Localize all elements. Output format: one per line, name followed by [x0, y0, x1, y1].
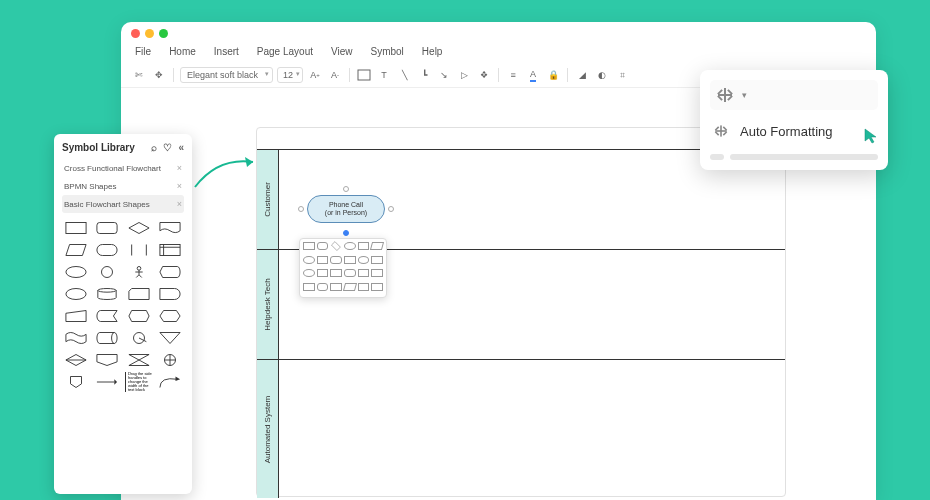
cut-icon[interactable]: ✄: [131, 67, 147, 83]
shape-annotation[interactable]: Drag the side handles to change the widt…: [125, 373, 153, 391]
handle-right[interactable]: [388, 206, 394, 212]
shape-loop[interactable]: [125, 307, 153, 325]
sidebar-header: Symbol Library ⌕ ♡ «: [62, 142, 184, 153]
text-icon[interactable]: T: [376, 67, 392, 83]
menubar: File Home Insert Page Layout View Symbol…: [121, 44, 876, 63]
swimlane-helpdesk[interactable]: Helpdesk Tech: [257, 250, 785, 360]
lock-icon[interactable]: 🔒: [545, 67, 561, 83]
shape-display[interactable]: [157, 263, 185, 281]
svg-point-25: [112, 333, 118, 344]
phone-call-node[interactable]: Phone Call (or in Person): [307, 195, 385, 223]
handle-bottom[interactable]: [343, 230, 349, 236]
auto-formatting-option[interactable]: Auto Formatting: [710, 118, 878, 144]
shape-manual[interactable]: [62, 307, 90, 325]
collapse-icon[interactable]: «: [178, 142, 184, 153]
menu-file[interactable]: File: [135, 46, 151, 57]
cat-cross-functional[interactable]: Cross Functional Flowchart×: [62, 159, 184, 177]
svg-marker-28: [160, 333, 180, 344]
svg-marker-36: [70, 377, 81, 388]
shape-rect[interactable]: [62, 219, 90, 237]
shape-predef[interactable]: [125, 241, 153, 259]
shape-rounded[interactable]: [94, 219, 122, 237]
shape-pill[interactable]: [94, 241, 122, 259]
shape-internal[interactable]: [157, 241, 185, 259]
close-dot[interactable]: [131, 29, 140, 38]
svg-marker-4: [66, 245, 86, 256]
shape-diamond[interactable]: [125, 219, 153, 237]
shape-stored[interactable]: [94, 307, 122, 325]
close-icon[interactable]: ×: [177, 199, 182, 209]
menu-symbol[interactable]: Symbol: [371, 46, 404, 57]
separator: [349, 68, 350, 82]
handle-top[interactable]: [343, 186, 349, 192]
shape-circle[interactable]: [94, 263, 122, 281]
shape-delay[interactable]: [157, 285, 185, 303]
shape-merge[interactable]: [157, 329, 185, 347]
shape-direct[interactable]: [94, 329, 122, 347]
svg-marker-3: [129, 223, 149, 234]
shadow-icon[interactable]: ◐: [594, 67, 610, 83]
shape-sort[interactable]: [62, 351, 90, 369]
font-increase-icon[interactable]: A+: [307, 67, 323, 83]
shape-curve[interactable]: [157, 373, 185, 391]
shape-prep[interactable]: [157, 307, 185, 325]
font-select[interactable]: Elegant soft black: [180, 67, 273, 83]
connector-icon[interactable]: ┗: [416, 67, 432, 83]
svg-point-14: [137, 267, 141, 271]
shape-para[interactable]: [62, 241, 90, 259]
menu-home[interactable]: Home: [169, 46, 196, 57]
shape-seq[interactable]: [125, 329, 153, 347]
close-icon[interactable]: ×: [177, 181, 182, 191]
fill-icon[interactable]: ◢: [574, 67, 590, 83]
menu-help[interactable]: Help: [422, 46, 443, 57]
shape-cylinder[interactable]: [94, 285, 122, 303]
align-icon[interactable]: ≡: [505, 67, 521, 83]
shape-actor[interactable]: [125, 263, 153, 281]
svg-marker-31: [97, 355, 117, 366]
svg-marker-32: [129, 355, 149, 366]
close-icon[interactable]: ×: [177, 163, 182, 173]
node-line1: Phone Call: [329, 201, 363, 209]
cat-bpmn[interactable]: BPMN Shapes×: [62, 177, 184, 195]
popover-trigger[interactable]: ▾: [710, 80, 878, 110]
crop-icon[interactable]: ⌗: [614, 67, 630, 83]
menu-view[interactable]: View: [331, 46, 353, 57]
svg-rect-2: [97, 223, 117, 234]
shape-or[interactable]: [157, 351, 185, 369]
arrow-icon[interactable]: ↘: [436, 67, 452, 83]
cursor-icon[interactable]: ▷: [456, 67, 472, 83]
svg-point-20: [98, 289, 116, 293]
menu-page-layout[interactable]: Page Layout: [257, 46, 313, 57]
shape-tape[interactable]: [62, 329, 90, 347]
line-icon[interactable]: ╲: [396, 67, 412, 83]
size-select[interactable]: 12: [277, 67, 303, 83]
rect-icon[interactable]: [356, 67, 372, 83]
shape-offpage2[interactable]: [62, 373, 90, 391]
search-icon[interactable]: ⌕: [151, 142, 157, 153]
symbol-library-panel[interactable]: Symbol Library ⌕ ♡ « Cross Functional Fl…: [54, 134, 192, 494]
menu-insert[interactable]: Insert: [214, 46, 239, 57]
shape-doc[interactable]: [157, 219, 185, 237]
placeholder: [730, 154, 878, 160]
min-dot[interactable]: [145, 29, 154, 38]
swimlane-automated[interactable]: Automated System: [257, 360, 785, 498]
shape-arrow[interactable]: [94, 373, 122, 391]
sidebar-title: Symbol Library: [62, 142, 135, 153]
canvas[interactable]: Customer Phone Call (or in Person) Helpd…: [256, 127, 786, 497]
cat-label: Basic Flowchart Shapes: [64, 200, 150, 209]
shape-ellipse2[interactable]: [62, 285, 90, 303]
svg-rect-5: [97, 245, 117, 256]
font-decrease-icon[interactable]: A-: [327, 67, 343, 83]
shape-ellipse[interactable]: [62, 263, 90, 281]
heart-icon[interactable]: ♡: [163, 142, 172, 153]
shape-collate[interactable]: [125, 351, 153, 369]
font-color-icon[interactable]: A: [525, 67, 541, 83]
shape-card[interactable]: [125, 285, 153, 303]
max-dot[interactable]: [159, 29, 168, 38]
shapes-grid: Drag the side handles to change the widt…: [62, 219, 184, 391]
cat-basic-flowchart[interactable]: Basic Flowchart Shapes×: [62, 195, 184, 213]
handle-left[interactable]: [298, 206, 304, 212]
pointer-icon[interactable]: ✥: [151, 67, 167, 83]
shape-offpage[interactable]: [94, 351, 122, 369]
layers-icon[interactable]: ❖: [476, 67, 492, 83]
